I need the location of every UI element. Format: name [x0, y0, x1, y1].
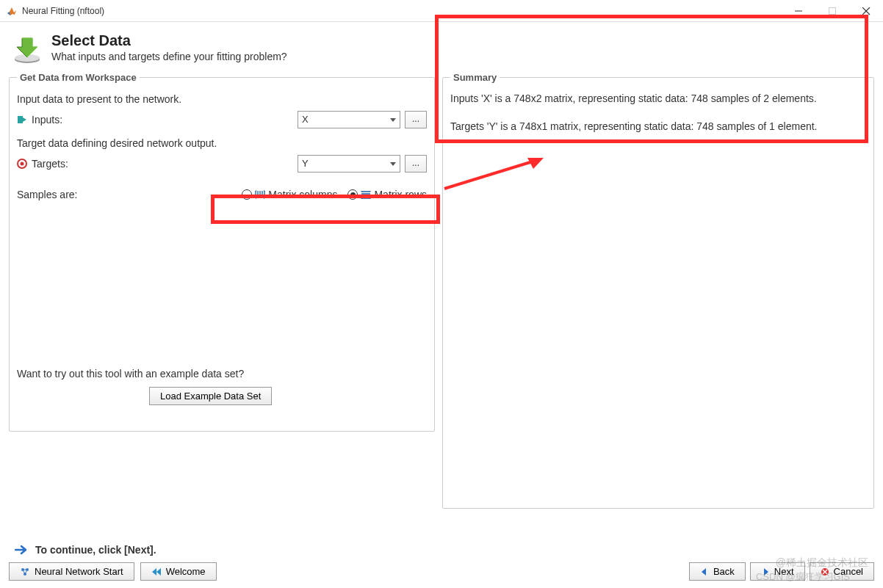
- page-header: Select Data What inputs and targets defi…: [12, 32, 874, 65]
- window-controls: [782, 0, 883, 21]
- matrix-rows-icon: [361, 190, 371, 199]
- radio-matrix-rows[interactable]: Matrix rows: [347, 187, 427, 202]
- back-button[interactable]: Back: [689, 562, 746, 581]
- maximize-button[interactable]: [815, 0, 849, 22]
- welcome-button[interactable]: Welcome: [140, 562, 217, 581]
- brain-icon: [20, 567, 30, 577]
- get-data-fieldset: Get Data from Workspace Input data to pr…: [9, 72, 435, 432]
- minimize-button[interactable]: [782, 0, 815, 22]
- neural-network-start-button[interactable]: Neural Network Start: [9, 562, 134, 581]
- matlab-icon: [6, 5, 18, 17]
- arrow-right-icon: [15, 545, 29, 555]
- svg-rect-1: [829, 8, 836, 15]
- input-icon: [17, 115, 27, 125]
- radio-unchecked-icon: [242, 189, 252, 200]
- inputs-browse-button[interactable]: ...: [405, 111, 427, 128]
- inputs-select[interactable]: X: [298, 111, 400, 128]
- page-subtitle: What inputs and targets define your fitt…: [51, 51, 287, 62]
- footer-hint: To continue, click [Next].: [15, 544, 156, 556]
- target-icon: [17, 159, 27, 169]
- cancel-button[interactable]: Cancel: [810, 562, 874, 581]
- radio-matrix-columns[interactable]: Matrix columns: [242, 187, 337, 202]
- matrix-columns-icon: [255, 190, 265, 199]
- svg-point-8: [21, 162, 24, 166]
- targets-browse-button[interactable]: ...: [405, 155, 427, 173]
- titlebar: Neural Fitting (nftool): [0, 0, 883, 22]
- radio-checked-icon: [347, 189, 358, 200]
- target-desc: Target data defining desired network out…: [17, 136, 427, 150]
- page-title: Select Data: [51, 32, 287, 49]
- back-icon: [700, 567, 709, 576]
- window-title: Neural Fitting (nftool): [22, 6, 782, 16]
- summary-fieldset: Summary Inputs 'X' is a 748x2 matrix, re…: [442, 72, 874, 509]
- targets-label: Targets:: [32, 156, 68, 171]
- next-icon: [761, 567, 770, 576]
- summary-legend: Summary: [450, 72, 500, 83]
- next-button[interactable]: Next: [750, 562, 805, 581]
- summary-inputs: Inputs 'X' is a 748x2 matrix, representi…: [450, 92, 866, 106]
- summary-targets: Targets 'Y' is a 748x1 matrix, represent…: [450, 120, 866, 134]
- svg-rect-6: [18, 116, 23, 123]
- footer-hint-text: To continue, click [Next].: [35, 544, 156, 556]
- download-icon: [12, 34, 43, 65]
- load-example-button[interactable]: Load Example Data Set: [149, 387, 272, 405]
- samples-label: Samples are:: [17, 187, 77, 202]
- input-desc: Input data to present to the network.: [17, 92, 427, 106]
- get-data-legend: Get Data from Workspace: [17, 72, 140, 83]
- rewind-icon: [151, 567, 162, 576]
- close-button[interactable]: [849, 0, 883, 22]
- cancel-icon: [821, 567, 829, 576]
- example-prompt: Want to try out this tool with an exampl…: [17, 368, 427, 380]
- targets-select[interactable]: Y: [298, 155, 400, 173]
- inputs-label: Inputs:: [32, 112, 62, 127]
